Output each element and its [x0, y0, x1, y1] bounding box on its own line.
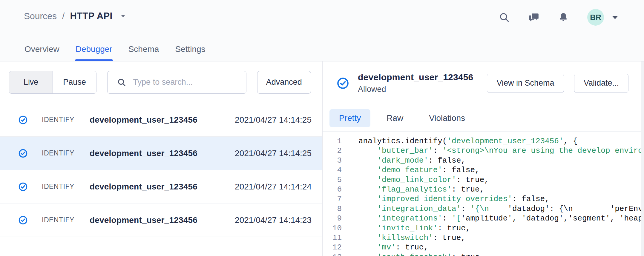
code-line: 9 'integrations': '['amplitude', 'datado…: [323, 214, 644, 223]
code-content: 1analytics.identify('development_user_12…: [323, 136, 644, 256]
allowed-check-icon: [337, 77, 349, 89]
tab-raw[interactable]: Raw: [377, 109, 413, 127]
line-number: 13: [323, 252, 342, 256]
code-text: 'dark_mode': false,: [358, 156, 466, 165]
tab-violations[interactable]: Violations: [419, 109, 475, 127]
app-header: Sources / HTTP API BR: [0, 0, 644, 61]
source-dropdown-caret-icon[interactable]: [121, 15, 125, 18]
allowed-check-icon: [19, 115, 27, 124]
stream-controls: Live Pause Advanced: [0, 61, 322, 103]
event-row[interactable]: IDENTIFY development_user_123456 2021/04…: [0, 103, 322, 137]
event-detail-header: development_user_123456 Allowed View in …: [323, 61, 644, 105]
search-input-icon: [117, 78, 126, 87]
line-number: 11: [323, 233, 342, 243]
event-detail-panel: development_user_123456 Allowed View in …: [323, 61, 644, 256]
event-stream-panel: Live Pause Advanced: [0, 61, 323, 256]
code-line: 2 'butter_bar': '<strong>\nYou are using…: [323, 146, 644, 155]
tab-settings[interactable]: Settings: [174, 44, 206, 61]
code-text: 'invite_link': true,: [358, 223, 470, 233]
breadcrumb-separator: /: [62, 11, 65, 21]
code-line: 10 'invite_link': true,: [323, 223, 644, 233]
code-line: 12 'mv': true,: [323, 243, 644, 252]
line-number: 5: [323, 175, 342, 185]
vertical-scrollbar[interactable]: [641, 61, 644, 256]
event-name: development_user_123456: [90, 115, 235, 125]
avatar[interactable]: BR: [587, 9, 604, 26]
event-list: IDENTIFY development_user_123456 2021/04…: [0, 103, 322, 237]
line-number: 3: [323, 156, 342, 165]
live-pause-toggle: Live Pause: [9, 71, 96, 94]
code-text: analytics.identify('development_user_123…: [358, 136, 577, 146]
event-name: development_user_123456: [90, 149, 235, 158]
advanced-button[interactable]: Advanced: [257, 71, 311, 94]
line-number: 9: [323, 214, 342, 223]
line-number: 8: [323, 204, 342, 214]
code-line: 6 'flag_analytics': true,: [323, 185, 644, 194]
header-actions: BR: [499, 9, 618, 26]
tab-overview[interactable]: Overview: [24, 44, 60, 61]
live-button[interactable]: Live: [9, 71, 53, 93]
line-number: 10: [323, 223, 342, 233]
allowed-check-icon: [19, 149, 27, 158]
line-number: 1: [323, 136, 342, 146]
code-text: 'improved_identity_overrides': false,: [358, 194, 550, 204]
code-text: 'demo_link_color': true,: [358, 175, 489, 185]
code-line: 8 'integration_data': '{\n 'datadog': {\…: [323, 204, 644, 214]
chat-icon[interactable]: [528, 12, 539, 23]
code-text: 'demo_feature': false,: [358, 165, 480, 175]
event-search-box: [107, 71, 246, 94]
line-number: 2: [323, 146, 342, 155]
event-type-label: IDENTIFY: [42, 183, 90, 191]
main-content: Live Pause Advanced: [0, 61, 644, 256]
event-row[interactable]: IDENTIFY development_user_123456 2021/04…: [0, 137, 322, 170]
breadcrumb-sources-link[interactable]: Sources: [24, 11, 57, 21]
code-text: 'oauth_facebook': true: [358, 252, 480, 256]
view-in-schema-button[interactable]: View in Schema: [487, 74, 564, 93]
code-line: 1analytics.identify('development_user_12…: [323, 136, 644, 146]
tab-pretty[interactable]: Pretty: [329, 109, 370, 127]
event-timestamp: 2021/04/27 14:14:23: [235, 215, 312, 225]
code-viewer: 1analytics.identify('development_user_12…: [323, 132, 644, 256]
event-name: development_user_123456: [90, 215, 235, 225]
code-text: 'integration_data': '{\n 'datadog': {\n …: [358, 204, 644, 214]
main-tabs: Overview Debugger Schema Settings: [24, 44, 206, 61]
code-text: 'killswitch': true,: [358, 233, 466, 243]
event-type-label: IDENTIFY: [42, 149, 90, 157]
code-text: 'mv': true,: [358, 243, 428, 252]
line-number: 12: [323, 243, 342, 252]
pause-button[interactable]: Pause: [53, 71, 96, 93]
event-detail-title: development_user_123456: [358, 72, 487, 82]
allowed-check-icon: [19, 216, 27, 225]
line-number: 7: [323, 194, 342, 204]
event-timestamp: 2021/04/27 14:14:25: [235, 115, 312, 125]
event-row[interactable]: IDENTIFY development_user_123456 2021/04…: [0, 203, 322, 237]
user-menu[interactable]: BR: [587, 9, 618, 26]
bell-icon[interactable]: [558, 12, 569, 23]
line-number: 6: [323, 185, 342, 194]
code-line: 13 'oauth_facebook': true: [323, 252, 644, 256]
event-timestamp: 2021/04/27 14:14:24: [235, 182, 312, 192]
detail-tabs: Pretty Raw Violations: [323, 105, 644, 132]
validate-button[interactable]: Validate...: [574, 74, 628, 93]
line-number: 4: [323, 165, 342, 175]
code-line: 3 'dark_mode': false,: [323, 156, 644, 165]
breadcrumb-current-source[interactable]: HTTP API: [70, 11, 112, 21]
event-detail-titles: development_user_123456 Allowed: [358, 72, 487, 94]
tab-schema[interactable]: Schema: [128, 44, 160, 61]
code-line: 5 'demo_link_color': true,: [323, 175, 644, 185]
event-type-label: IDENTIFY: [42, 116, 90, 124]
allowed-check-icon: [19, 182, 27, 191]
code-text: 'flag_analytics': true,: [358, 185, 484, 194]
search-input[interactable]: [133, 78, 239, 87]
user-menu-caret-icon: [612, 16, 618, 19]
code-line: 11 'killswitch': true,: [323, 233, 644, 243]
code-line: 7 'improved_identity_overrides': false,: [323, 194, 644, 204]
event-timestamp: 2021/04/27 14:14:25: [235, 149, 312, 158]
event-row[interactable]: IDENTIFY development_user_123456 2021/04…: [0, 170, 322, 203]
search-icon[interactable]: [499, 12, 510, 23]
code-text: 'integrations': '['amplitude', 'datadog'…: [358, 214, 644, 223]
event-status-label: Allowed: [358, 85, 487, 94]
code-text: 'butter_bar': '<strong>\nYou are using t…: [358, 146, 644, 155]
tab-debugger[interactable]: Debugger: [75, 44, 113, 61]
event-type-label: IDENTIFY: [42, 216, 90, 224]
